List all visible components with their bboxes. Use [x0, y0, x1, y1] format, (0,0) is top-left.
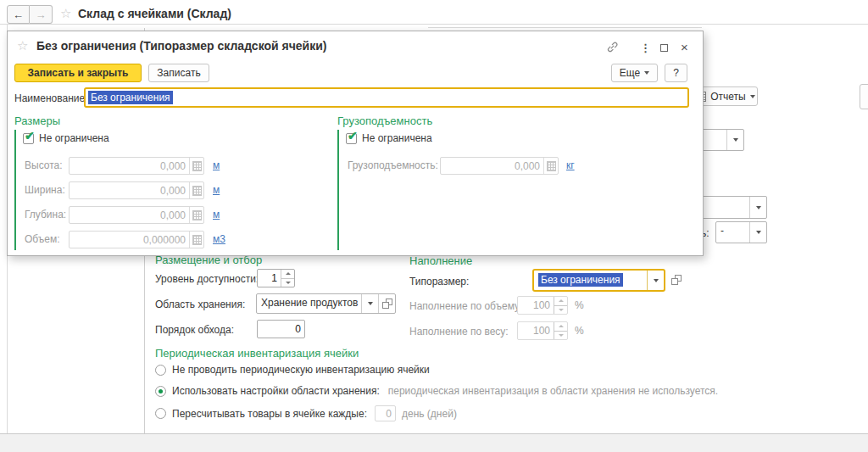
access-level-value: 1 — [258, 270, 281, 287]
radio-hint: периодическая инвентаризация в области х… — [388, 385, 718, 397]
access-level-stepper[interactable]: 1 — [257, 269, 295, 287]
height-field: 0,000 — [69, 157, 204, 175]
clipped-dropdown-3[interactable]: - — [715, 221, 767, 243]
depth-value: 0,000 — [70, 207, 189, 223]
stepper-arrows[interactable] — [281, 270, 294, 287]
open-link-button[interactable] — [378, 294, 395, 313]
screen: ← → ☆ Склад с ячейками (Склад) Отчеты ль… — [0, 0, 868, 452]
stepper-arrows — [554, 297, 567, 314]
bypass-order-field[interactable]: 0 — [257, 320, 305, 338]
radio-no-inventory[interactable]: Не проводить периодическую инвентаризаци… — [155, 364, 430, 376]
width-unit-link[interactable]: м — [213, 184, 220, 196]
calculator-icon — [192, 235, 202, 245]
calculator-icon — [192, 161, 202, 171]
typesize-value: Без ограничения — [534, 271, 647, 290]
calculator-button — [189, 232, 203, 248]
height-label: Высота: — [25, 159, 63, 171]
depth-unit-link[interactable]: м — [213, 209, 220, 220]
typesize-label: Типоразмер: — [409, 276, 469, 287]
group-accent-line — [337, 130, 339, 250]
dropdown-arrow[interactable] — [361, 294, 378, 313]
radio-icon — [155, 365, 166, 376]
dropdown-arrow[interactable] — [749, 197, 766, 218]
height-value: 0,000 — [70, 158, 189, 174]
favorite-star-icon[interactable]: ☆ — [17, 39, 28, 52]
reports-button[interactable]: Отчеты — [695, 86, 758, 106]
capacity-unit-link[interactable]: кг — [566, 159, 575, 171]
clipped-right-button[interactable] — [860, 84, 868, 109]
save-button[interactable]: Записать — [148, 64, 209, 82]
depth-label: Глубина: — [25, 209, 66, 220]
sizes-unlimited-checkbox[interactable]: ✔ Не ограничена — [23, 132, 109, 144]
calculator-button — [189, 207, 203, 223]
volume-unit-link[interactable]: м3 — [213, 233, 225, 245]
calculator-icon — [547, 161, 556, 171]
typesize-dialog: ☆ Без ограничения (Типоразмер складской … — [7, 31, 704, 256]
help-button[interactable]: ? — [665, 64, 687, 82]
dropdown-arrow[interactable] — [749, 222, 766, 243]
save-close-button[interactable]: Записать и закрыть — [14, 64, 142, 82]
help-label: ? — [673, 67, 679, 79]
name-input[interactable]: Без ограничения — [84, 87, 689, 108]
stepper-arrows — [554, 322, 567, 339]
link-icon[interactable] — [606, 41, 619, 56]
capacity-label: Грузоподъемность: — [348, 159, 438, 171]
more-label: Еще — [620, 67, 640, 79]
width-value: 0,000 — [70, 182, 189, 198]
fill-weight-label: Наполнение по весу: — [409, 326, 509, 338]
typesize-select[interactable]: Без ограничения — [532, 269, 665, 292]
fill-volume-label: Наполнение по объему: — [409, 300, 522, 312]
calculator-button — [189, 182, 203, 198]
radio-use-area-settings[interactable]: Использовать настройки области хранения:… — [155, 385, 718, 397]
back-button[interactable]: ← — [7, 5, 30, 24]
caret-down-icon — [750, 95, 755, 98]
radio-recount-goods[interactable]: Пересчитывать товары в ячейке каждые: 0 … — [155, 405, 457, 421]
forward-button[interactable]: → — [30, 5, 53, 24]
dropdown-value: - — [716, 222, 749, 243]
width-field: 0,000 — [69, 181, 204, 199]
reports-button-label: Отчеты — [710, 91, 745, 103]
section-title-capacity: Грузоподъемность — [337, 114, 432, 127]
maximize-icon[interactable] — [660, 44, 668, 52]
nav-button-group: ← → — [7, 5, 53, 24]
section-title-inventory: Периодическая инвентаризация ячейки — [155, 347, 359, 360]
checkbox-label: Не ограничена — [39, 132, 109, 144]
fill-weight-stepper: 100 — [517, 321, 568, 340]
dialog-title: Без ограничения (Типоразмер складской яч… — [36, 39, 326, 53]
access-level-label: Уровень доступности: — [155, 273, 259, 285]
checkbox-label: Не ограничена — [362, 132, 432, 144]
calculator-icon — [192, 210, 202, 220]
caret-down-icon — [644, 71, 649, 75]
storage-area-label: Область хранения: — [155, 299, 245, 310]
favorite-star-icon[interactable]: ☆ — [60, 7, 71, 20]
radio-icon — [155, 408, 166, 419]
more-button[interactable]: Еще — [611, 64, 658, 82]
group-accent-line — [14, 130, 16, 250]
radio-label: Пересчитывать товары в ячейке каждые: — [172, 408, 367, 420]
height-unit-link[interactable]: м — [213, 159, 220, 171]
dropdown-arrow[interactable] — [647, 271, 664, 290]
caret-down-icon — [756, 231, 761, 234]
close-icon[interactable]: × — [681, 41, 688, 53]
volume-value: 0,000000 — [70, 232, 189, 248]
back-arrow-icon: ← — [13, 8, 24, 21]
dropdown-arrow[interactable] — [726, 130, 743, 150]
calculator-button — [543, 158, 558, 174]
radio-label: Не проводить периодическую инвентаризаци… — [172, 364, 430, 376]
bypass-order-label: Порядок обхода: — [155, 324, 234, 336]
radio-icon-selected — [155, 386, 166, 397]
checkbox-icon: ✔ — [346, 133, 357, 144]
depth-field: 0,000 — [69, 206, 204, 224]
recount-days-value: 0 — [376, 406, 395, 421]
selected-text: Без ограничения — [538, 273, 623, 287]
width-label: Ширина: — [25, 184, 65, 196]
radio-label: Использовать настройки области хранения: — [172, 385, 380, 397]
capacity-unlimited-checkbox[interactable]: ✔ Не ограничена — [346, 132, 432, 144]
storage-area-select[interactable]: Хранение продуктов — [256, 293, 396, 314]
open-in-window-icon — [382, 299, 392, 309]
selected-text: Без ограничения — [88, 91, 173, 104]
name-label: Наименование: — [14, 92, 88, 104]
recount-days-field[interactable]: 0 — [375, 405, 396, 421]
calculator-button — [189, 158, 203, 174]
kebab-menu-icon[interactable]: ⋮ — [640, 42, 651, 53]
